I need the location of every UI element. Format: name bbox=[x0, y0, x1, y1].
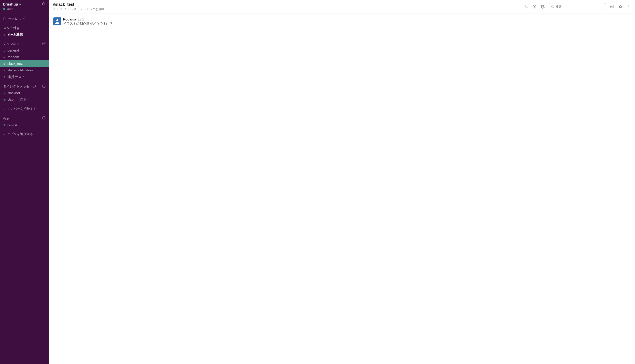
sidebar-item-label: 連携テスト bbox=[8, 74, 25, 80]
message-list[interactable]: Kodama 12:01 イラストの制作進捗どうですか？ bbox=[49, 14, 635, 364]
channel-details-button[interactable] bbox=[532, 4, 537, 9]
sidebar-item-channel[interactable]: #連携テスト bbox=[0, 74, 49, 80]
svg-point-3 bbox=[61, 8, 62, 9]
hash-icon: # bbox=[3, 74, 6, 80]
star-icon bbox=[53, 8, 56, 10]
starred-items-button[interactable] bbox=[618, 4, 623, 9]
hash-icon: # bbox=[3, 32, 6, 37]
mentions-button[interactable] bbox=[610, 4, 614, 9]
avatar[interactable] bbox=[53, 18, 61, 25]
sidebar-item-label: general bbox=[8, 48, 19, 53]
dm-heading[interactable]: ダイレクトメッセージ bbox=[0, 84, 49, 90]
starred-section: スター付き #slack連携 bbox=[0, 22, 49, 38]
at-icon bbox=[610, 4, 614, 9]
add-app-button[interactable] bbox=[42, 116, 46, 120]
info-icon bbox=[532, 4, 537, 9]
sidebar-item-dm[interactable]: User（自分） bbox=[0, 96, 49, 103]
main-content: #slack_test | 11 | 0 | bbox=[49, 0, 635, 364]
svg-point-6 bbox=[552, 6, 553, 7]
sidebar-item-channel[interactable]: #random bbox=[0, 54, 49, 60]
team-menu[interactable]: brushup User bbox=[3, 2, 21, 10]
workspace-name: brushup bbox=[3, 2, 18, 6]
message-sender[interactable]: Kodama bbox=[63, 18, 76, 21]
bell-icon bbox=[42, 2, 46, 6]
apps-heading[interactable]: App bbox=[0, 116, 49, 122]
current-user-name: User bbox=[7, 7, 14, 10]
add-dm-button[interactable] bbox=[42, 84, 46, 89]
sidebar-item-app[interactable]: Asana bbox=[0, 122, 49, 128]
message-time[interactable]: 12:01 bbox=[78, 18, 85, 21]
all-threads-label: 全スレッド bbox=[9, 16, 25, 22]
svg-point-9 bbox=[628, 6, 629, 7]
sidebar-item-dm[interactable]: ♥slackbot bbox=[0, 90, 49, 96]
more-vertical-icon bbox=[626, 4, 631, 9]
sidebar-header: brushup User bbox=[0, 0, 49, 12]
person-icon bbox=[60, 8, 62, 10]
star-icon bbox=[618, 4, 623, 9]
notifications-button[interactable] bbox=[42, 2, 46, 7]
channels-heading[interactable]: チャンネル bbox=[0, 42, 49, 47]
call-button[interactable] bbox=[524, 4, 528, 9]
sidebar-item-label: User bbox=[8, 97, 15, 102]
svg-point-5 bbox=[542, 6, 543, 7]
self-suffix: （自分） bbox=[17, 97, 31, 102]
current-user: User bbox=[3, 7, 21, 10]
presence-online-icon bbox=[3, 8, 5, 10]
threads-icon bbox=[3, 17, 7, 20]
sidebar-item-starred[interactable]: #slack連携 bbox=[0, 31, 49, 38]
plus-circle-icon bbox=[42, 42, 46, 46]
sidebar-item-label: slackbot bbox=[8, 90, 20, 96]
pin-count[interactable]: 0 bbox=[71, 8, 76, 11]
invite-members[interactable]: + メンバーを招待する bbox=[0, 106, 49, 112]
sidebar-item-label: slack_test bbox=[8, 61, 23, 66]
person-icon bbox=[54, 18, 61, 24]
plus-icon: + bbox=[3, 107, 5, 111]
message[interactable]: Kodama 12:01 イラストの制作進捗どうですか？ bbox=[53, 18, 630, 26]
plus-circle-icon bbox=[42, 84, 46, 88]
channels-section: チャンネル #general#random#slack_test#slack-n… bbox=[0, 38, 49, 80]
hash-icon: # bbox=[3, 61, 6, 66]
sidebar-item-channel[interactable]: #slack_test bbox=[0, 60, 49, 67]
hash-icon: # bbox=[3, 54, 6, 60]
apps-section: App Asana + アプリを追加する bbox=[0, 112, 49, 137]
dm-section: ダイレクトメッセージ ♥slackbotUser（自分） + メンバーを招待する bbox=[0, 80, 49, 112]
all-threads[interactable]: 全スレッド bbox=[0, 16, 49, 22]
more-menu-button[interactable] bbox=[626, 4, 631, 9]
add-channel-button[interactable] bbox=[42, 42, 46, 46]
search-input[interactable] bbox=[556, 5, 604, 8]
add-topic[interactable]: トピックを追加 bbox=[80, 7, 104, 11]
star-channel-button[interactable] bbox=[53, 8, 56, 10]
pencil-icon bbox=[80, 8, 83, 10]
svg-point-8 bbox=[628, 5, 629, 6]
pin-icon bbox=[71, 8, 74, 10]
chevron-down-icon bbox=[19, 3, 21, 6]
channel-header: #slack_test | 11 | 0 | bbox=[49, 0, 635, 14]
phone-icon bbox=[524, 4, 528, 9]
plus-circle-icon bbox=[42, 116, 46, 120]
add-app-link[interactable]: + アプリを追加する bbox=[0, 131, 49, 137]
gear-icon bbox=[541, 4, 545, 9]
search-icon bbox=[551, 5, 554, 8]
starred-heading[interactable]: スター付き bbox=[0, 26, 49, 31]
message-text: イラストの制作進捗どうですか？ bbox=[63, 21, 113, 26]
channel-meta: | 11 | 0 | トピックを追加 bbox=[53, 7, 104, 11]
svg-point-10 bbox=[628, 8, 629, 8]
heart-icon: ♥ bbox=[3, 90, 6, 96]
sidebar-item-label: slack-notification bbox=[8, 68, 33, 73]
sidebar-item-label: random bbox=[8, 54, 19, 60]
presence-online-icon bbox=[4, 124, 6, 126]
sidebar-item-label: Asana bbox=[8, 122, 17, 128]
hash-icon: # bbox=[3, 48, 6, 53]
svg-point-7 bbox=[611, 6, 613, 8]
channel-settings-button[interactable] bbox=[541, 4, 545, 9]
search-box[interactable] bbox=[549, 3, 606, 10]
sidebar-item-label: slack連携 bbox=[8, 32, 23, 37]
sidebar-item-channel[interactable]: #general bbox=[0, 47, 49, 54]
sidebar: brushup User 全スレッド スター付き #slack連携 bbox=[0, 0, 49, 364]
plus-icon: + bbox=[3, 132, 5, 136]
member-count[interactable]: 11 bbox=[60, 8, 66, 11]
hash-icon: # bbox=[3, 68, 6, 73]
sidebar-item-channel[interactable]: #slack-notification bbox=[0, 67, 49, 74]
presence-online-icon bbox=[4, 99, 6, 101]
channel-name[interactable]: #slack_test bbox=[53, 2, 104, 7]
